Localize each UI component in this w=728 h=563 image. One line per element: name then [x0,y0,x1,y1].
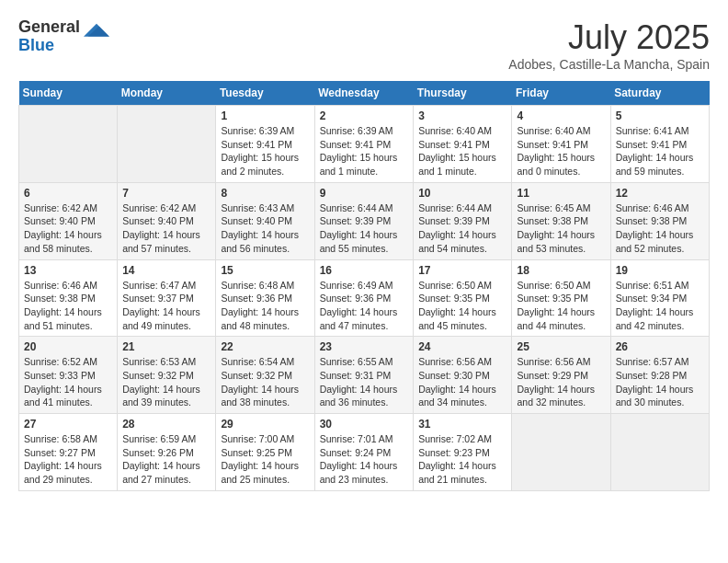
day-number: 18 [517,264,605,277]
day-number: 17 [418,264,506,277]
logo-blue: Blue [18,37,80,55]
day-number: 6 [24,187,112,200]
day-info: Sunrise: 6:50 AMSunset: 9:35 PMDaylight:… [517,280,595,331]
calendar-cell: 21 Sunrise: 6:53 AMSunset: 9:32 PMDaylig… [118,337,216,414]
day-info: Sunrise: 6:43 AMSunset: 9:40 PMDaylight:… [221,202,299,254]
day-number: 21 [122,340,210,353]
calendar-cell [512,414,610,491]
day-info: Sunrise: 6:44 AMSunset: 9:39 PMDaylight:… [320,202,398,254]
calendar-cell: 9 Sunrise: 6:44 AMSunset: 9:39 PMDayligh… [314,182,414,259]
day-info: Sunrise: 6:55 AMSunset: 9:31 PMDaylight:… [320,356,398,408]
day-info: Sunrise: 6:46 AMSunset: 9:38 PMDaylight:… [24,280,102,331]
calendar-cell: 16 Sunrise: 6:49 AMSunset: 9:36 PMDaylig… [314,259,414,337]
day-info: Sunrise: 7:01 AMSunset: 9:24 PMDaylight:… [320,433,398,485]
calendar-cell: 31 Sunrise: 7:02 AMSunset: 9:23 PMDaylig… [414,414,512,491]
weekday-header-thursday: Thursday [414,81,512,106]
day-info: Sunrise: 6:56 AMSunset: 9:29 PMDaylight:… [517,356,595,408]
location: Adobes, Castille-La Mancha, Spain [508,57,710,72]
day-info: Sunrise: 6:48 AMSunset: 9:36 PMDaylight:… [221,280,299,331]
day-info: Sunrise: 6:51 AMSunset: 9:34 PMDaylight:… [616,280,694,331]
day-info: Sunrise: 6:50 AMSunset: 9:35 PMDaylight:… [418,280,496,331]
calendar-cell: 17 Sunrise: 6:50 AMSunset: 9:35 PMDaylig… [414,259,512,337]
day-number: 13 [24,264,112,277]
day-number: 31 [418,418,506,431]
calendar-cell: 10 Sunrise: 6:44 AMSunset: 9:39 PMDaylig… [414,182,512,259]
day-number: 14 [122,264,210,277]
weekday-header-friday: Friday [512,81,610,106]
calendar-cell: 4 Sunrise: 6:40 AMSunset: 9:41 PMDayligh… [512,106,610,183]
calendar-cell: 15 Sunrise: 6:48 AMSunset: 9:36 PMDaylig… [216,259,314,337]
day-number: 3 [418,109,506,122]
day-info: Sunrise: 6:40 AMSunset: 9:41 PMDaylight:… [517,125,595,177]
day-number: 26 [616,340,704,353]
weekday-header-tuesday: Tuesday [216,81,314,106]
day-number: 12 [616,187,704,200]
day-info: Sunrise: 6:56 AMSunset: 9:30 PMDaylight:… [418,356,496,408]
calendar-cell: 14 Sunrise: 6:47 AMSunset: 9:37 PMDaylig… [118,259,216,337]
day-number: 24 [418,340,506,353]
calendar-cell: 5 Sunrise: 6:41 AMSunset: 9:41 PMDayligh… [610,106,709,183]
day-number: 25 [517,340,605,353]
day-info: Sunrise: 6:53 AMSunset: 9:32 PMDaylight:… [122,356,200,408]
calendar-cell: 11 Sunrise: 6:45 AMSunset: 9:38 PMDaylig… [512,182,610,259]
day-number: 16 [320,264,409,277]
day-number: 29 [221,418,309,431]
calendar-cell: 8 Sunrise: 6:43 AMSunset: 9:40 PMDayligh… [216,182,314,259]
day-number: 19 [616,264,704,277]
weekday-header-saturday: Saturday [610,81,709,106]
calendar-cell: 1 Sunrise: 6:39 AMSunset: 9:41 PMDayligh… [216,106,314,183]
day-info: Sunrise: 6:54 AMSunset: 9:32 PMDaylight:… [221,356,299,408]
day-info: Sunrise: 6:52 AMSunset: 9:33 PMDaylight:… [24,356,102,408]
calendar-table: SundayMondayTuesdayWednesdayThursdayFrid… [18,81,710,491]
day-number: 20 [24,340,112,353]
day-number: 30 [320,418,409,431]
day-info: Sunrise: 6:49 AMSunset: 9:36 PMDaylight:… [320,280,398,331]
logo: General Blue [18,18,109,55]
weekday-header-row: SundayMondayTuesdayWednesdayThursdayFrid… [19,81,710,106]
day-number: 1 [221,109,309,122]
calendar-cell: 26 Sunrise: 6:57 AMSunset: 9:28 PMDaylig… [610,337,709,414]
day-number: 5 [616,109,704,122]
day-number: 11 [517,187,605,200]
calendar-cell [19,106,118,183]
day-number: 9 [320,187,409,200]
logo-general: General [18,18,80,37]
calendar-cell: 24 Sunrise: 6:56 AMSunset: 9:30 PMDaylig… [414,337,512,414]
calendar-cell [118,106,216,183]
calendar-cell: 2 Sunrise: 6:39 AMSunset: 9:41 PMDayligh… [314,106,414,183]
calendar-cell: 7 Sunrise: 6:42 AMSunset: 9:40 PMDayligh… [118,182,216,259]
title-block: July 2025 Adobes, Castille-La Mancha, Sp… [508,18,710,72]
calendar-cell: 18 Sunrise: 6:50 AMSunset: 9:35 PMDaylig… [512,259,610,337]
calendar-cell: 12 Sunrise: 6:46 AMSunset: 9:38 PMDaylig… [610,182,709,259]
page-header: General Blue July 2025 Adobes, Castille-… [18,18,710,72]
calendar-cell: 6 Sunrise: 6:42 AMSunset: 9:40 PMDayligh… [19,182,118,259]
calendar-cell: 29 Sunrise: 7:00 AMSunset: 9:25 PMDaylig… [216,414,314,491]
day-info: Sunrise: 6:41 AMSunset: 9:41 PMDaylight:… [616,125,694,177]
day-info: Sunrise: 6:57 AMSunset: 9:28 PMDaylight:… [616,356,694,408]
day-info: Sunrise: 6:47 AMSunset: 9:37 PMDaylight:… [122,280,200,331]
month-title: July 2025 [508,18,710,57]
day-info: Sunrise: 7:02 AMSunset: 9:23 PMDaylight:… [418,433,496,485]
calendar-week-row: 27 Sunrise: 6:58 AMSunset: 9:27 PMDaylig… [19,414,710,491]
calendar-week-row: 20 Sunrise: 6:52 AMSunset: 9:33 PMDaylig… [19,337,710,414]
calendar-cell: 19 Sunrise: 6:51 AMSunset: 9:34 PMDaylig… [610,259,709,337]
day-info: Sunrise: 6:59 AMSunset: 9:26 PMDaylight:… [122,433,200,485]
calendar-cell: 30 Sunrise: 7:01 AMSunset: 9:24 PMDaylig… [314,414,414,491]
calendar-cell: 28 Sunrise: 6:59 AMSunset: 9:26 PMDaylig… [118,414,216,491]
day-info: Sunrise: 6:44 AMSunset: 9:39 PMDaylight:… [418,202,496,254]
day-number: 28 [122,418,210,431]
day-number: 15 [221,264,309,277]
calendar-cell: 22 Sunrise: 6:54 AMSunset: 9:32 PMDaylig… [216,337,314,414]
day-info: Sunrise: 6:58 AMSunset: 9:27 PMDaylight:… [24,433,102,485]
calendar-cell: 25 Sunrise: 6:56 AMSunset: 9:29 PMDaylig… [512,337,610,414]
day-number: 23 [320,340,409,353]
day-info: Sunrise: 6:39 AMSunset: 9:41 PMDaylight:… [221,125,299,177]
day-number: 8 [221,187,309,200]
day-info: Sunrise: 6:46 AMSunset: 9:38 PMDaylight:… [616,202,694,254]
day-info: Sunrise: 6:45 AMSunset: 9:38 PMDaylight:… [517,202,595,254]
calendar-cell: 27 Sunrise: 6:58 AMSunset: 9:27 PMDaylig… [19,414,118,491]
calendar-week-row: 6 Sunrise: 6:42 AMSunset: 9:40 PMDayligh… [19,182,710,259]
calendar-cell [610,414,709,491]
day-info: Sunrise: 6:40 AMSunset: 9:41 PMDaylight:… [418,125,496,177]
day-number: 10 [418,187,506,200]
